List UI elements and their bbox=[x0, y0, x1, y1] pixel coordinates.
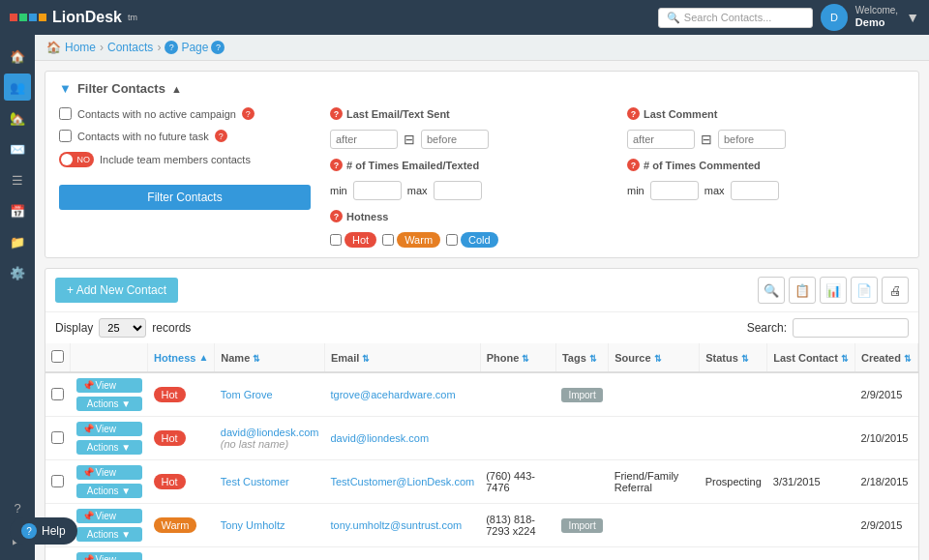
select-all-checkbox[interactable] bbox=[51, 350, 64, 363]
hotness-help-icon: ? bbox=[330, 210, 343, 222]
comment-before-input[interactable] bbox=[718, 130, 786, 149]
table-search-input[interactable] bbox=[793, 318, 909, 338]
phone-number: (813) 818-7293 x224 bbox=[486, 514, 535, 537]
row-checkbox[interactable] bbox=[51, 475, 64, 487]
contact-email-link[interactable]: tony.umholtz@suntrust.com bbox=[330, 519, 462, 531]
avatar: D bbox=[821, 4, 848, 31]
top-search[interactable]: 🔍 Search Contacts... bbox=[658, 8, 813, 28]
logo-text: LionDesk bbox=[52, 9, 122, 26]
filter-col-right: ? Last Comment ⊟ ? # of Times Commented … bbox=[627, 107, 905, 248]
hot-checkbox[interactable] bbox=[330, 234, 342, 246]
sidebar-item-contacts[interactable]: 👥 bbox=[4, 74, 31, 101]
th-tags[interactable]: Tags ⇅ bbox=[555, 343, 608, 372]
filter-col-middle: ? Last Email/Text Sent ⊟ ? # of Times Em… bbox=[330, 107, 608, 248]
sidebar-item-files[interactable]: 📁 bbox=[4, 228, 31, 255]
status-cell bbox=[700, 504, 767, 547]
view-button[interactable]: 📌 View bbox=[76, 422, 142, 436]
source-cell: Friend/Family Referral bbox=[609, 460, 700, 504]
breadcrumb-home[interactable]: Home bbox=[65, 41, 96, 54]
comment-min-input[interactable] bbox=[650, 181, 699, 200]
comment-max-input[interactable] bbox=[731, 181, 779, 200]
add-new-contact-button[interactable]: + Add New Contact bbox=[55, 278, 178, 303]
th-phone[interactable]: Phone ⇅ bbox=[480, 343, 555, 372]
table-excel-button[interactable]: 📊 bbox=[820, 277, 847, 304]
sidebar: 🏠 👥 🏡 ✉️ ☰ 📅 📁 ⚙️ ? ▶ bbox=[0, 35, 35, 560]
view-button[interactable]: 📌 View bbox=[76, 465, 142, 480]
sidebar-item-settings[interactable]: ⚙️ bbox=[4, 259, 31, 286]
min-input[interactable] bbox=[353, 181, 402, 200]
team-toggle[interactable]: NO bbox=[59, 152, 94, 167]
contact-email-link[interactable]: david@liondesk.com bbox=[330, 432, 429, 444]
contact-name-link[interactable]: Tom Grove bbox=[221, 389, 273, 400]
table-row: 📌 View Actions ▼ Hotdavid@liondesk.com(n… bbox=[45, 417, 918, 460]
contact-email-link[interactable]: TestCustomer@LionDesk.com bbox=[330, 476, 474, 487]
contact-name-link[interactable]: Test Customer bbox=[221, 476, 289, 487]
cold-checkbox[interactable] bbox=[446, 234, 458, 246]
breadcrumb-page-link[interactable]: Page bbox=[181, 41, 208, 54]
sidebar-item-email[interactable]: ✉️ bbox=[4, 135, 31, 162]
table-export-button[interactable]: 📋 bbox=[789, 277, 816, 304]
actions-dropdown-button[interactable]: Actions ▼ bbox=[76, 440, 142, 455]
cold-badge[interactable]: Cold bbox=[461, 232, 498, 248]
sidebar-item-properties[interactable]: 🏡 bbox=[4, 104, 31, 132]
filter-collapse-icon[interactable]: ▲ bbox=[171, 83, 182, 95]
hot-badge-wrap: Hot bbox=[330, 232, 376, 248]
th-last-contact[interactable]: Last Contact ⇅ bbox=[767, 343, 855, 372]
th-name[interactable]: Name ⇅ bbox=[215, 343, 325, 372]
help-button[interactable]: ? Help bbox=[10, 517, 77, 545]
contact-name-link[interactable]: david@liondesk.com bbox=[221, 427, 319, 438]
row-checkbox[interactable] bbox=[51, 388, 64, 400]
sidebar-item-calendar[interactable]: 📅 bbox=[4, 197, 31, 224]
dropdown-arrow[interactable]: ▼ bbox=[906, 10, 919, 25]
display-select[interactable]: 25 10 50 100 bbox=[99, 318, 146, 338]
warm-badge[interactable]: Warm bbox=[397, 232, 440, 248]
view-button[interactable]: 📌 View bbox=[76, 378, 142, 393]
no-campaign-checkbox[interactable] bbox=[59, 107, 72, 120]
contacts-table: Hotness ▲ Name ⇅ Email ⇅ Phone ⇅ Tags ⇅ … bbox=[45, 343, 918, 560]
contact-email-link[interactable]: tgrove@acehardware.com bbox=[330, 389, 455, 400]
th-status[interactable]: Status ⇅ bbox=[700, 343, 767, 372]
actions-dropdown-button[interactable]: Actions ▼ bbox=[76, 484, 142, 498]
created-cell: 2/9/2015 bbox=[854, 547, 917, 561]
tag-badge: Import bbox=[561, 518, 602, 533]
sidebar-item-home[interactable]: 🏠 bbox=[4, 43, 31, 70]
row-checkbox[interactable] bbox=[51, 431, 64, 444]
row-actions-cell: 📌 View Actions ▼ bbox=[76, 422, 142, 455]
comment-after-input[interactable] bbox=[627, 130, 695, 149]
contact-name-link[interactable]: Tony Umholtz bbox=[221, 519, 285, 531]
actions-dropdown-button[interactable]: Actions ▼ bbox=[76, 397, 142, 411]
th-hotness[interactable]: Hotness ▲ bbox=[148, 343, 215, 372]
last-comment-row: ⊟ bbox=[627, 130, 905, 149]
no-task-checkbox[interactable] bbox=[59, 130, 72, 142]
no-last-name: (no last name) bbox=[221, 438, 288, 450]
page-help-icon: ? bbox=[165, 41, 178, 54]
table-row: 📌 View Actions ▼ HotTest CustomerTestCus… bbox=[45, 460, 918, 504]
view-button[interactable]: 📌 View bbox=[76, 509, 142, 523]
status-cell bbox=[700, 547, 767, 561]
logo-squares bbox=[10, 14, 46, 21]
min-label: min bbox=[330, 185, 347, 196]
table-print-button[interactable]: 🖨 bbox=[882, 277, 909, 304]
filter-contacts-button[interactable]: Filter Contacts bbox=[59, 185, 311, 210]
hot-badge[interactable]: Hot bbox=[345, 232, 376, 248]
th-created[interactable]: Created ⇅ bbox=[854, 343, 917, 372]
th-email[interactable]: Email ⇅ bbox=[324, 343, 480, 372]
table-search-button[interactable]: 🔍 bbox=[758, 277, 785, 304]
table-pdf-button[interactable]: 📄 bbox=[851, 277, 878, 304]
comment-max-label: max bbox=[704, 185, 725, 196]
times-emailed-label: ? # of Times Emailed/Texted bbox=[330, 159, 608, 171]
filter-title: Filter Contacts bbox=[77, 81, 165, 96]
last-contact-cell bbox=[767, 417, 855, 460]
max-input[interactable] bbox=[434, 181, 482, 200]
after-input[interactable] bbox=[330, 130, 398, 149]
sidebar-item-lists[interactable]: ☰ bbox=[4, 166, 31, 193]
actions-dropdown-button[interactable]: Actions ▼ bbox=[76, 527, 142, 542]
comment-equals-icon: ⊟ bbox=[701, 132, 712, 147]
before-input[interactable] bbox=[421, 130, 489, 149]
th-source[interactable]: Source ⇅ bbox=[609, 343, 700, 372]
breadcrumb-contacts[interactable]: Contacts bbox=[107, 41, 153, 54]
times-commented-row: min max bbox=[627, 181, 905, 200]
warm-checkbox[interactable] bbox=[382, 234, 394, 246]
status-cell: Prospecting bbox=[700, 460, 767, 504]
view-button[interactable]: 📌 View bbox=[76, 552, 142, 560]
